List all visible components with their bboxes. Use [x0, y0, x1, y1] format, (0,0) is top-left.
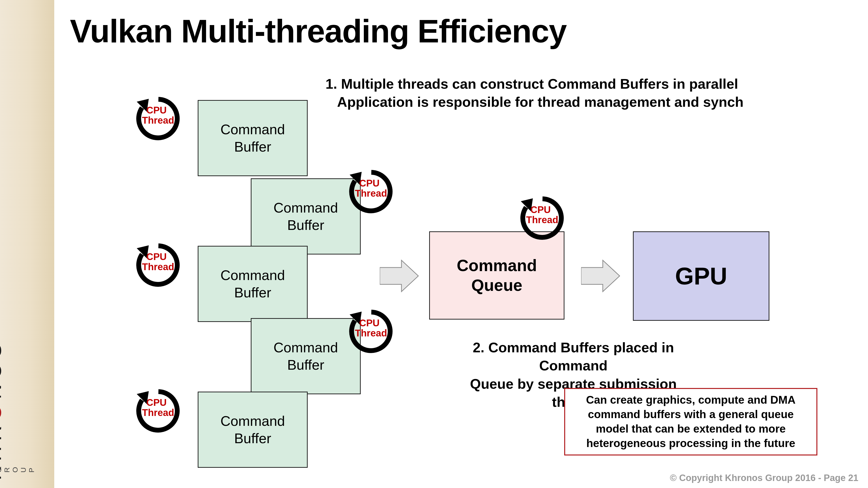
command-buffer-box-4: Command Buffer: [251, 318, 361, 394]
cpu-l1: CPU: [146, 251, 166, 262]
cpu-thread-icon-queue: CPUThread: [518, 194, 559, 235]
gpu-label: GPU: [675, 262, 727, 290]
cpu-thread-icon-1: CPUThread: [134, 94, 175, 135]
cpu-thread-icon-4: CPUThread: [347, 307, 388, 348]
cpu-l2: Thread: [142, 261, 174, 272]
cpu-l1: CPU: [359, 318, 379, 328]
cpu-l2: Thread: [355, 188, 387, 199]
command-buffer-box-2: Command Buffer: [251, 178, 361, 255]
cpu-l2: Thread: [526, 215, 558, 225]
note-box: Can create graphics, compute and DMA com…: [564, 388, 817, 455]
step1-line1: 1. Multiple threads can construct Comman…: [326, 75, 744, 93]
footer-copyright: © Copyright Khronos Group 2016 - Page 21: [670, 473, 858, 483]
step-1-text: 1. Multiple threads can construct Comman…: [326, 75, 744, 111]
cmdbuf-l1: Command: [273, 199, 338, 217]
cpu-thread-icon-3: CPUThread: [134, 241, 175, 282]
cpu-l1: CPU: [530, 204, 551, 215]
cpu-l2: Thread: [142, 115, 174, 126]
step1-line2: Application is responsible for thread ma…: [326, 93, 744, 111]
logo-group: G R O U P: [0, 454, 36, 473]
cmdbuf-l2: Buffer: [234, 430, 271, 447]
logo-o: O: [0, 399, 5, 421]
command-buffer-box-3: Command Buffer: [198, 246, 308, 322]
cpu-l2: Thread: [355, 328, 387, 338]
cpu-l1: CPU: [146, 397, 166, 408]
cmdbuf-l2: Buffer: [234, 138, 271, 156]
cmdbuf-l1: Command: [220, 266, 285, 284]
cmdbuf-l2: Buffer: [234, 284, 271, 301]
cmdbuf-l1: Command: [220, 121, 285, 138]
cpu-l1: CPU: [359, 178, 379, 189]
gpu-box: GPU: [633, 231, 769, 321]
cmdbuf-l1: Command: [220, 412, 285, 430]
command-buffer-box-1: Command Buffer: [198, 100, 308, 176]
cpu-thread-icon-5: CPUThread: [134, 387, 175, 428]
page-title: Vulkan Multi-threading Efficiency: [70, 12, 566, 50]
sidebar: KHRONOS™ G R O U P: [0, 0, 54, 488]
cmdq-l1: Command: [457, 256, 537, 275]
cpu-l1: CPU: [146, 105, 166, 116]
cpu-l2: Thread: [142, 407, 174, 418]
arrow-queue-to-gpu: [581, 258, 622, 294]
cpu-thread-icon-2: CPUThread: [347, 167, 388, 208]
arrow-buffers-to-queue: [380, 258, 421, 294]
command-queue-box: Command Queue: [429, 231, 564, 320]
logo-nos: NOS: [0, 338, 5, 399]
step2-line1: 2. Command Buffers placed in Command: [453, 338, 694, 375]
command-buffer-box-5: Command Buffer: [198, 392, 308, 468]
svg-marker-6: [380, 260, 418, 292]
cmdbuf-l2: Buffer: [287, 356, 324, 374]
cmdbuf-l2: Buffer: [287, 217, 324, 234]
svg-marker-7: [581, 260, 620, 292]
cmdbuf-l1: Command: [273, 339, 338, 356]
cmdq-l2: Queue: [471, 275, 523, 295]
